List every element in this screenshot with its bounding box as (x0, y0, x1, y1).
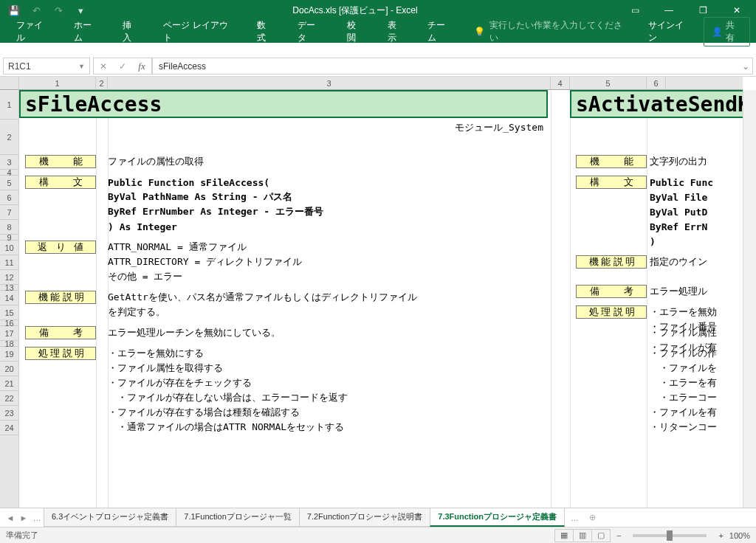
row-header[interactable]: 9 (0, 235, 18, 241)
text-r22: ・ファイルが存在しない場合は、エラーコードを返す (108, 391, 348, 404)
undo-button[interactable]: ↶ (27, 2, 46, 18)
row-header[interactable]: 21 (0, 376, 18, 391)
text-r-r22b: ・エラーコー (650, 391, 717, 404)
row-header[interactable]: 20 (0, 362, 18, 376)
row-header[interactable]: 4 (0, 170, 18, 176)
sheet-nav-prev[interactable]: ◄ (4, 513, 16, 522)
sheet-nav-next[interactable]: ► (18, 513, 30, 522)
cancel-formula-button[interactable]: ✕ (94, 61, 113, 72)
text-r-r9b: ) (650, 235, 656, 248)
row-header[interactable]: 16 (0, 320, 18, 326)
row-header[interactable]: 1 (0, 90, 18, 120)
zoom-level[interactable]: 100% (729, 531, 750, 540)
label-r-kisetsu: 機 能 説 明 (576, 255, 647, 269)
new-sheet-button[interactable]: ⊕ (585, 513, 600, 522)
tab-page-layout[interactable]: ページ レイアウト (153, 15, 244, 49)
tab-review[interactable]: 校閲 (337, 15, 374, 49)
sheet-nav: ◄ ► … (4, 513, 43, 522)
name-box-dropdown-icon[interactable]: ▼ (78, 63, 85, 70)
text-r-r24b: ・リターンコー (650, 421, 717, 434)
minimize-button[interactable]: — (653, 0, 685, 21)
row-header[interactable]: 13 (0, 285, 18, 291)
text-r11: ATTR_DIRECTORY = ディレクトリファイル (108, 255, 302, 269)
row-header[interactable]: 18 (0, 341, 18, 347)
text-r-r21b: ・エラーを有 (650, 376, 717, 390)
row-header[interactable]: 19 (0, 347, 18, 362)
text-r-r7b: ByVal PutD (650, 205, 707, 218)
cell-title-sactivatesend: sActivateSendK (570, 90, 743, 118)
text-r3: ファイルの属性の取得 (108, 155, 204, 168)
row-header[interactable]: 6 (0, 190, 18, 205)
sheet-tab-bar: ◄ ► … 6.3イベントプロシージャ定義書7.1Functionプロシージャ一… (0, 508, 756, 527)
share-label: 共有 (726, 19, 742, 44)
text-r-r19b: ・ファイルの作 (650, 347, 717, 360)
signin-link[interactable]: サインイン (638, 19, 701, 44)
row-header[interactable]: 22 (0, 391, 18, 406)
row-header[interactable]: 24 (0, 421, 18, 435)
tab-home[interactable]: ホーム (63, 15, 109, 49)
view-page-layout-button[interactable]: ▥ (573, 529, 592, 542)
row-header[interactable]: 5 (0, 176, 18, 190)
formula-value: sFileAccess (159, 61, 206, 72)
column-header[interactable]: 6 (647, 77, 666, 89)
text-r-r20b: ・ファイルを (650, 362, 717, 375)
tab-team[interactable]: チーム (417, 15, 463, 49)
row-header[interactable]: 10 (0, 241, 18, 255)
tab-formulas[interactable]: 数式 (247, 15, 284, 49)
select-all-corner[interactable] (0, 77, 19, 90)
tab-insert[interactable]: 挿入 (112, 15, 150, 49)
sheet-nav-more[interactable]: … (31, 513, 43, 522)
row-header[interactable]: 23 (0, 406, 18, 421)
row-header[interactable]: 2 (0, 120, 18, 155)
sheet-tab[interactable]: 7.1Functionプロシージャ一覧 (176, 508, 299, 527)
name-box-value: R1C1 (8, 61, 31, 72)
view-normal-button[interactable]: ▦ (554, 529, 574, 542)
name-box[interactable]: R1C1 ▼ (3, 58, 90, 75)
text-r12: その他 = エラー (108, 270, 182, 283)
zoom-out-button[interactable]: − (616, 531, 621, 540)
row-header[interactable]: 14 (0, 291, 18, 305)
text-r-r11b: 指定のウイン (650, 255, 707, 269)
view-page-break-button[interactable]: ▢ (591, 529, 611, 542)
ribbon-display-options[interactable]: ▭ (619, 0, 651, 21)
label-kisetsu: 機 能 説 明 (25, 291, 96, 304)
expand-formula-bar-icon[interactable]: ⌄ (742, 61, 749, 72)
tab-view[interactable]: 表示 (377, 15, 415, 49)
vertical-scrollbar[interactable] (743, 90, 756, 508)
column-header[interactable]: 1 (19, 77, 96, 89)
tab-data[interactable]: データ (287, 15, 333, 49)
label-r-bikou: 備 考 (576, 285, 647, 298)
label-r-koubun: 構 文 (576, 176, 647, 189)
column-header[interactable]: 3 (108, 77, 551, 89)
redo-button[interactable]: ↷ (49, 2, 68, 18)
formula-bar[interactable]: sFileAccess ⌄ (152, 58, 753, 75)
text-r15: を判定する。 (108, 305, 165, 319)
lightbulb-icon: 💡 (474, 27, 485, 37)
zoom-slider-thumb[interactable] (667, 530, 673, 541)
sheet-tab[interactable]: 7.3Functionプロシージャ定義書 (430, 508, 565, 527)
column-header[interactable]: 2 (96, 77, 108, 89)
column-header[interactable]: 5 (570, 77, 647, 89)
column-header[interactable]: 4 (551, 77, 570, 89)
row-header[interactable]: 11 (0, 255, 18, 270)
text-r8: ) As Integer (108, 220, 177, 233)
label-koubun: 構 文 (25, 176, 96, 189)
enter-formula-button[interactable]: ✓ (113, 61, 132, 72)
row-header[interactable]: 7 (0, 205, 18, 220)
label-r-shori: 処 理 説 明 (576, 305, 647, 319)
zoom-in-button[interactable]: + (718, 531, 723, 540)
insert-function-button[interactable]: fx (132, 60, 151, 72)
text-r5: Public Function sFileAccess( (108, 176, 269, 189)
text-r7: ByRef ErrNumber As Integer - エラー番号 (108, 205, 323, 218)
text-r-r17b: ・ファイル属性 (650, 326, 717, 339)
share-button[interactable]: 👤 共有 (704, 17, 750, 46)
cells-viewport[interactable]: sFileAccesssActivateSendKモジュール_System機 能… (19, 90, 743, 508)
status-ready: 準備完了 (6, 530, 38, 541)
tab-file[interactable]: ファイル (6, 15, 61, 49)
zoom-slider[interactable] (633, 534, 707, 537)
sheet-tab[interactable]: 7.2Functionプロシージャ説明書 (299, 508, 430, 527)
sheet-more-icon[interactable]: … (566, 513, 583, 522)
tell-me-box[interactable]: 💡 実行したい作業を入力してください (467, 19, 632, 44)
sheet-tab[interactable]: 6.3イベントプロシージャ定義書 (44, 508, 176, 527)
label-shori: 処 理 説 明 (25, 347, 96, 360)
